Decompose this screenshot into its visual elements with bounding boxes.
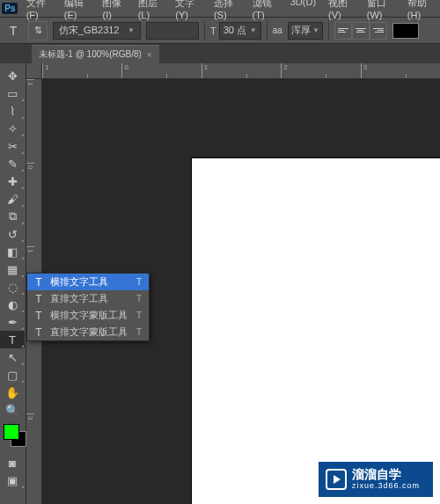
- divider: [267, 21, 268, 40]
- flyout-label: 横排文字蒙版工具: [50, 309, 131, 322]
- document-canvas[interactable]: [192, 158, 440, 504]
- healing-brush-tool[interactable]: ✚: [0, 172, 25, 190]
- flyout-shortcut: T: [136, 294, 142, 303]
- shape-tool[interactable]: ▢: [0, 366, 25, 383]
- font-family-value: 仿宋_GB2312: [59, 24, 119, 37]
- chevron-down-icon: ▼: [250, 26, 257, 34]
- type-tool-icon[interactable]: T: [4, 21, 23, 40]
- eraser-tool[interactable]: ◧: [0, 243, 25, 260]
- document-tab-title: 未标题-1 @ 100%(RGB/8): [39, 48, 142, 61]
- dodge-tool[interactable]: ◐: [0, 296, 25, 313]
- menu-layer[interactable]: 图层(L): [132, 0, 170, 23]
- document-tab[interactable]: 未标题-1 @ 100%(RGB/8) ×: [32, 45, 159, 63]
- ruler-tick: 3: [361, 63, 440, 78]
- clone-stamp-tool[interactable]: ⧉: [0, 208, 25, 225]
- ruler-horizontal[interactable]: 1 0 1 2 3: [42, 63, 440, 79]
- menu-select[interactable]: 选择(S): [208, 0, 246, 23]
- blur-tool[interactable]: ◌: [0, 278, 25, 296]
- ruler-tick: 1: [202, 63, 281, 78]
- font-size-group: T 30 点 ▼: [210, 22, 261, 40]
- ruler-corner: [26, 63, 42, 79]
- flyout-horizontal-type[interactable]: T 横排文字工具 T: [27, 274, 149, 290]
- flyout-shortcut: T: [136, 310, 142, 320]
- toolbox: ✥ ▭ ⌇ ✧ ✂ ✎ ✚ 🖌 ⧉ ↺ ◧ ▦ ◌ ◐ ✒ T ↖ ▢ ✋ 🔍 …: [0, 63, 26, 504]
- flyout-vertical-type-mask[interactable]: T 直排文字蒙版工具 T: [27, 324, 149, 340]
- chevron-down-icon: ▼: [312, 26, 319, 34]
- text-orientation-toggle[interactable]: ⇅: [28, 21, 48, 40]
- magic-wand-tool[interactable]: ✧: [0, 120, 25, 137]
- flyout-label: 直排文字蒙版工具: [50, 325, 131, 339]
- close-icon[interactable]: ×: [147, 50, 152, 60]
- align-right-button[interactable]: [370, 22, 387, 40]
- menu-items: 文件(F) 编辑(E) 图像(I) 图层(L) 文字(Y) 选择(S) 滤镜(T…: [20, 0, 440, 23]
- divider: [204, 21, 205, 40]
- options-bar: T ⇅ 仿宋_GB2312 ▼ T 30 点 ▼ aa 浑厚 ▼: [0, 18, 440, 44]
- play-icon: [326, 469, 347, 490]
- menu-view[interactable]: 视图(V): [322, 0, 361, 23]
- menu-image[interactable]: 图像(I): [96, 0, 131, 23]
- lasso-tool[interactable]: ⌇: [0, 102, 25, 120]
- eyedropper-tool[interactable]: ✎: [0, 155, 25, 172]
- menu-type[interactable]: 文字(Y): [169, 0, 208, 23]
- flyout-label: 直排文字工具: [50, 292, 131, 305]
- color-swatches: [0, 422, 26, 454]
- ruler-tick: 3: [26, 413, 34, 497]
- menu-help[interactable]: 帮助(H): [401, 0, 440, 23]
- history-brush-tool[interactable]: ↺: [0, 225, 25, 243]
- hand-tool[interactable]: ✋: [0, 383, 25, 401]
- ruler-tick: 0: [26, 163, 34, 246]
- antialias-select[interactable]: 浑厚 ▼: [288, 22, 323, 40]
- zoom-tool[interactable]: 🔍: [0, 401, 25, 419]
- quickmask-toggle[interactable]: ◙: [0, 454, 25, 471]
- flyout-label: 横排文字工具: [50, 275, 131, 289]
- watermark: 溜溜自学 zixue.3d66.com: [319, 462, 433, 497]
- move-tool[interactable]: ✥: [0, 67, 25, 84]
- type-mask-icon: T: [33, 310, 45, 322]
- chevron-down-icon: ▼: [128, 26, 135, 34]
- antialias-value: 浑厚: [291, 24, 311, 37]
- font-family-select[interactable]: 仿宋_GB2312 ▼: [53, 22, 141, 40]
- document-tabbar: 未标题-1 @ 100%(RGB/8) ×: [0, 44, 440, 63]
- divider: [328, 21, 329, 40]
- flyout-shortcut: T: [136, 277, 142, 287]
- type-icon: T: [33, 276, 45, 289]
- type-icon: T: [33, 293, 45, 305]
- screenmode-toggle[interactable]: ▣: [0, 471, 25, 489]
- font-style-select[interactable]: [146, 22, 199, 40]
- type-tool[interactable]: T: [0, 331, 25, 348]
- antialias-label: aa: [273, 26, 282, 35]
- flyout-vertical-type[interactable]: T 直排文字工具 T: [27, 290, 149, 307]
- brush-tool[interactable]: 🖌: [0, 190, 25, 208]
- type-mask-icon: T: [33, 326, 45, 339]
- menu-edit[interactable]: 编辑(E): [58, 0, 97, 23]
- watermark-text: 溜溜自学 zixue.3d66.com: [352, 468, 420, 490]
- crop-tool[interactable]: ✂: [0, 137, 25, 155]
- path-selection-tool[interactable]: ↖: [0, 348, 25, 366]
- gradient-tool[interactable]: ▦: [0, 260, 25, 278]
- watermark-subtitle: zixue.3d66.com: [352, 482, 420, 491]
- foreground-color[interactable]: [4, 424, 19, 440]
- menu-window[interactable]: 窗口(W): [361, 0, 401, 23]
- align-center-button[interactable]: [352, 22, 370, 40]
- font-size-icon: T: [210, 26, 216, 36]
- watermark-title: 溜溜自学: [352, 468, 420, 481]
- pen-tool[interactable]: ✒: [0, 313, 25, 331]
- menu-file[interactable]: 文件(F): [20, 0, 58, 23]
- text-align-group: [334, 22, 387, 40]
- menu-filter[interactable]: 滤镜(T): [246, 0, 284, 23]
- ruler-tick: 2: [26, 330, 34, 413]
- ruler-tick: 1: [26, 79, 34, 163]
- align-left-button[interactable]: [334, 22, 352, 40]
- ruler-tick: 2: [281, 63, 360, 78]
- menu-3d[interactable]: 3D(D): [284, 0, 322, 23]
- font-size-input[interactable]: 30 点 ▼: [219, 22, 261, 40]
- type-tool-flyout: T 横排文字工具 T T 直排文字工具 T T 横排文字蒙版工具 T T 直排文…: [26, 273, 150, 341]
- app-logo: Ps: [0, 0, 20, 18]
- ruler-tick: 1: [42, 63, 121, 78]
- text-color-swatch[interactable]: [392, 23, 419, 39]
- flyout-shortcut: T: [136, 327, 142, 337]
- marquee-tool[interactable]: ▭: [0, 84, 25, 102]
- font-size-value: 30 点: [224, 24, 246, 37]
- ruler-tick: 0: [121, 63, 201, 78]
- flyout-horizontal-type-mask[interactable]: T 横排文字蒙版工具 T: [27, 307, 149, 324]
